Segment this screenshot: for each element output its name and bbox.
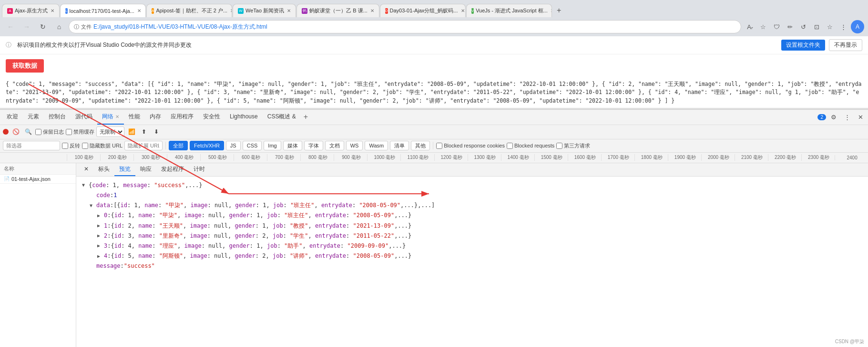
devtools-tab-performance[interactable]: 性能 xyxy=(124,109,145,125)
filter-btn-img[interactable]: Img xyxy=(264,141,281,150)
refresh-button[interactable]: ↺ xyxy=(797,21,809,32)
json-data-summary[interactable]: [{id: 1, name: "甲柒", image: null, gender… xyxy=(113,201,435,210)
json-root-arrow[interactable] xyxy=(82,181,87,189)
hide-data-url-input[interactable] xyxy=(82,143,88,149)
disable-cache-checkbox[interactable]: 禁用缓存 xyxy=(66,128,94,136)
devtools-settings-button[interactable]: ⚙ xyxy=(828,111,839,123)
favorites-button[interactable]: ☆ xyxy=(824,21,836,32)
third-party-input[interactable] xyxy=(556,143,562,149)
split-button[interactable]: ⊡ xyxy=(811,21,822,32)
json-data-4-arrow[interactable] xyxy=(97,252,102,260)
hide-data-url-checkbox[interactable]: 隐藏数据 URL xyxy=(82,142,123,149)
reload-button[interactable]: ↻ xyxy=(36,20,50,33)
filter-btn-manifest[interactable]: 清单 xyxy=(390,141,409,150)
home-button[interactable]: ⌂ xyxy=(52,20,66,33)
profile-avatar[interactable]: A xyxy=(851,20,864,33)
filter-btn-wasm[interactable]: Wasm xyxy=(365,141,388,150)
detail-tab-initiator[interactable]: 发起程序 xyxy=(156,163,189,177)
download-button[interactable]: ⬇ xyxy=(151,126,162,137)
blocked-cookies-input[interactable] xyxy=(436,143,442,149)
devtools-tab-welcome[interactable]: 欢迎 xyxy=(2,109,23,125)
json-data-1-summary[interactable]: {id: 2, name: "王天顺", image: null, gender… xyxy=(111,221,411,231)
tab-6-close[interactable]: ✕ xyxy=(461,8,465,13)
filter-btn-css[interactable]: CSS xyxy=(243,141,262,150)
devtools-tab-elements[interactable]: 元素 xyxy=(23,109,44,125)
devtools-overflow-button[interactable]: ⋮ xyxy=(841,111,853,123)
blocked-requests-input[interactable] xyxy=(507,143,513,149)
devtools-close-button[interactable]: ✕ xyxy=(855,111,866,123)
json-data-2-summary[interactable]: {id: 3, name: "里新奇", image: null, gender… xyxy=(111,231,411,241)
forward-button[interactable]: → xyxy=(20,20,33,33)
devtools-tab-security[interactable]: 安全性 xyxy=(198,109,225,125)
devtools-tab-application[interactable]: 应用程序 xyxy=(166,109,198,125)
tab-3[interactable]: A Apipost-签｜助栏、不正 2 户... ✕ xyxy=(146,4,232,17)
tab-1-close[interactable]: ✕ xyxy=(51,8,54,13)
tab-6[interactable]: D Day03-01-Ajax分组_蚂蚁码... ✕ xyxy=(380,4,466,17)
tab-4[interactable]: W WeTao 新闻资讯 ✕ xyxy=(233,4,296,17)
tab-4-close[interactable]: ✕ xyxy=(287,8,291,13)
dismiss-notice-button[interactable]: 不再显示 xyxy=(829,39,862,51)
tab-5-close[interactable]: ✕ xyxy=(370,8,374,13)
detail-tab-close[interactable]: ✕ xyxy=(79,163,93,177)
devtools-tab-sources[interactable]: 源代码 xyxy=(71,109,97,125)
json-data-3-summary[interactable]: {id: 4, name: "理应", image: null, gender:… xyxy=(111,242,406,251)
json-data-2-arrow[interactable] xyxy=(97,232,102,240)
filter-btn-js[interactable]: JS xyxy=(226,141,241,150)
tab-7[interactable]: V VueJs - 渐进式 JavaScript 框... ✕ xyxy=(466,4,552,17)
json-data-arrow[interactable] xyxy=(90,202,94,210)
invert-checkbox[interactable]: 反转 xyxy=(62,142,80,149)
hide-extension-url-input[interactable] xyxy=(124,141,163,150)
back-button[interactable]: ← xyxy=(4,20,17,33)
tab-5[interactable]: 蚂 蚂蚁课堂（一）乙 B 课... ✕ xyxy=(296,4,379,17)
tab-1[interactable]: A Ajax-原生方式 ✕ xyxy=(2,4,60,17)
detail-tab-headers[interactable]: 标头 xyxy=(93,163,114,177)
json-root-summary[interactable]: {code: 1, message: "success",...} xyxy=(89,181,202,190)
devtools-tab-lighthouse[interactable]: Lighthouse xyxy=(225,109,263,125)
collection-button[interactable]: ⋮ xyxy=(837,21,849,32)
invert-input[interactable] xyxy=(62,143,68,149)
filter-btn-all[interactable]: 全部 xyxy=(169,141,188,150)
set-root-folder-button[interactable]: 设置根文件夹 xyxy=(781,40,825,51)
clear-button[interactable]: 🚫 xyxy=(10,126,21,137)
devtools-tab-console[interactable]: 控制台 xyxy=(44,109,71,125)
filter-input[interactable] xyxy=(3,141,60,150)
tab-2[interactable]: L localhost:7170/01-test-Aja... ✕ xyxy=(60,4,146,17)
network-conditions-button[interactable]: 📶 xyxy=(126,126,137,137)
json-data-1-arrow[interactable] xyxy=(97,222,102,230)
read-mode-button[interactable]: Aᵣ xyxy=(744,21,756,32)
tab-7-close[interactable]: ✕ xyxy=(551,8,552,13)
json-data-0-summary[interactable]: {id: 1, name: "甲柒", image: null, gender:… xyxy=(111,211,411,220)
bookmark-button[interactable]: ☆ xyxy=(757,21,769,32)
detail-tab-response[interactable]: 响应 xyxy=(135,163,156,177)
json-data-4-summary[interactable]: {id: 5, name: "阿斯顿", image: null, gender… xyxy=(111,252,411,261)
blocked-cookies-checkbox[interactable]: Blocked response cookies xyxy=(436,143,505,149)
disable-cache-input[interactable] xyxy=(66,129,72,135)
record-button[interactable] xyxy=(3,129,9,135)
filter-btn-media[interactable]: 媒体 xyxy=(283,141,302,150)
throttle-select[interactable]: 无限制 xyxy=(96,126,124,137)
filter-btn-ws[interactable]: WS xyxy=(346,141,363,150)
third-party-checkbox[interactable]: 第三方请求 xyxy=(556,142,590,149)
preserve-log-checkbox[interactable]: 保留日志 xyxy=(35,128,64,136)
tab-3-close[interactable]: ✕ xyxy=(230,8,232,13)
tab-2-close[interactable]: ✕ xyxy=(137,8,141,13)
shield-button[interactable]: 🛡 xyxy=(771,21,782,32)
json-data-3-arrow[interactable] xyxy=(97,242,102,250)
filter-btn-other[interactable]: 其他 xyxy=(411,141,430,150)
address-box[interactable]: ⓘ 文件 E:/java_study/018-HTML-VUE/03-HTML-… xyxy=(69,20,741,33)
devtools-tab-network[interactable]: 网络 ✕ xyxy=(97,109,124,125)
blocked-requests-checkbox[interactable]: Blocked requests xyxy=(507,143,554,149)
devtools-add-tab-button[interactable]: + xyxy=(301,113,311,121)
filter-btn-font[interactable]: 字体 xyxy=(304,141,323,150)
search-button[interactable]: 🔍 xyxy=(23,126,33,137)
fetch-data-button[interactable]: 获取数据 xyxy=(6,59,44,73)
json-data-0-arrow[interactable] xyxy=(97,212,102,220)
filter-btn-fetch-xhr[interactable]: Fetch/XHR xyxy=(190,141,224,150)
new-tab-button[interactable]: + xyxy=(552,4,566,17)
upload-button[interactable]: ⬆ xyxy=(139,126,149,137)
detail-tab-timing[interactable]: 计时 xyxy=(189,163,210,177)
preserve-log-input[interactable] xyxy=(35,129,41,135)
filter-btn-doc[interactable]: 文档 xyxy=(325,141,344,150)
file-list-item-0[interactable]: 📄 01-test-Ajax.json xyxy=(0,175,76,184)
pen-button[interactable]: ✏ xyxy=(784,21,796,32)
